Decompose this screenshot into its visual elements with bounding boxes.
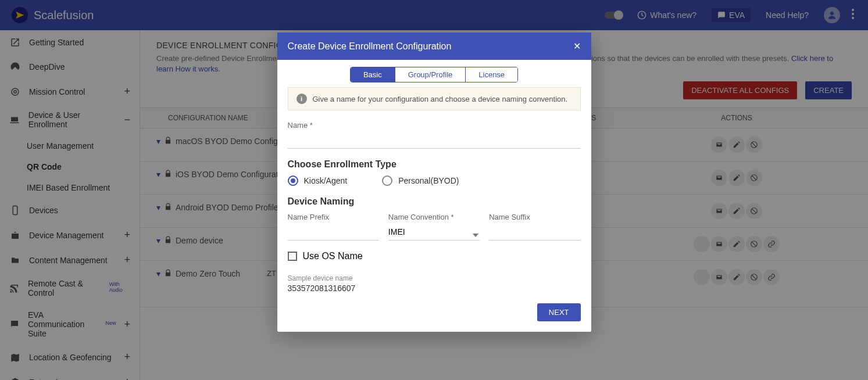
device-naming-heading: Device Naming: [288, 196, 581, 207]
next-button[interactable]: NEXT: [537, 303, 581, 321]
tab-basic[interactable]: Basic: [351, 67, 395, 82]
checkbox-unchecked-icon: [288, 252, 297, 261]
modal-tab-group: Basic Group/Profile License: [350, 67, 518, 83]
info-icon: i: [297, 94, 307, 104]
use-os-name-checkbox[interactable]: Use OS Name: [288, 251, 581, 261]
name-input[interactable]: [288, 132, 581, 149]
radio-byod-label: Personal(BYOD): [398, 176, 459, 185]
radio-selected-icon: [288, 175, 298, 186]
tab-license[interactable]: License: [465, 67, 517, 82]
sample-device-value: 353572081316607: [288, 284, 581, 293]
create-enrollment-modal: Create Device Enrollment Configuration ✕…: [277, 33, 591, 332]
suffix-input[interactable]: [489, 224, 580, 241]
info-message: i Give a name for your configuration and…: [288, 87, 581, 110]
suffix-label: Name Suffix: [489, 213, 580, 221]
dropdown-arrow-icon: [473, 234, 478, 237]
enrollment-type-heading: Choose Enrollment Type: [288, 159, 581, 170]
name-label: Name *: [288, 121, 581, 130]
modal-title: Create Device Enrollment Configuration: [288, 41, 452, 52]
sample-device-label: Sample device name: [288, 274, 581, 282]
modal-close-button[interactable]: ✕: [573, 41, 581, 52]
radio-personal-byod[interactable]: Personal(BYOD): [382, 175, 459, 186]
prefix-label: Name Prefix: [288, 213, 379, 221]
modal-overlay: Create Device Enrollment Configuration ✕…: [0, 0, 868, 380]
prefix-input[interactable]: [288, 224, 379, 241]
use-os-label: Use OS Name: [303, 251, 363, 261]
info-text: Give a name for your configuration and c…: [313, 95, 568, 103]
radio-kiosk-agent[interactable]: Kiosk/Agent: [288, 175, 348, 186]
convention-select[interactable]: IMEI: [388, 224, 480, 241]
convention-label: Name Convention *: [388, 213, 480, 221]
radio-kiosk-label: Kiosk/Agent: [304, 176, 348, 185]
tab-group-profile[interactable]: Group/Profile: [395, 67, 466, 82]
radio-unselected-icon: [382, 175, 392, 186]
